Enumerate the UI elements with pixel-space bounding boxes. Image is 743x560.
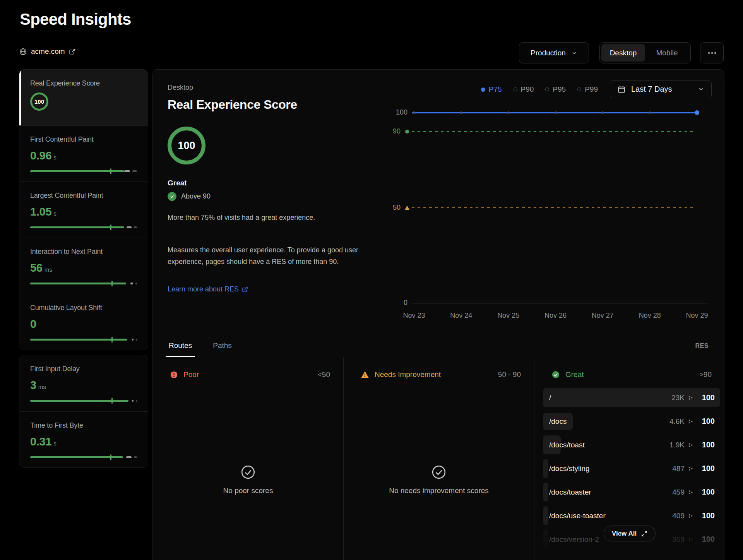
route-row[interactable]: /docs/use-toaster409100 [543, 506, 720, 525]
great-header: Great >90 [534, 357, 725, 379]
main-panel: Desktop Real Experience Score 100 Great … [152, 69, 724, 560]
legend-p99[interactable]: P99 [577, 85, 598, 94]
metric-card-group: First Input Delay3msTime to First Byte0.… [19, 355, 148, 468]
environment-select[interactable]: Production [519, 42, 589, 63]
tab-paths[interactable]: Paths [210, 341, 235, 357]
bar-segment-dark [134, 226, 137, 228]
date-range-value: Last 7 Days [631, 85, 672, 94]
metric-title: Real Experience Score [30, 79, 137, 87]
data-point [555, 111, 557, 114]
bar-marker [110, 168, 111, 174]
sidebar-card-ttfb[interactable]: Time to First Byte0.31s [19, 411, 148, 468]
legend-label: P75 [489, 85, 502, 94]
legend-p90[interactable]: P90 [514, 85, 534, 94]
rating-note-text: Above 90 [181, 192, 211, 200]
sidebar-card-inp[interactable]: Interaction to Next Paint56ms [19, 238, 148, 294]
metric-value-row: 3ms [30, 379, 137, 392]
poor-column: Poor <50 No poor scores [153, 357, 343, 560]
metric-title: Largest Contentful Paint [30, 192, 137, 200]
metric-title: Time to First Byte [30, 421, 137, 430]
sidebar-card-cls[interactable]: Cumulative Layout Shift0 [19, 294, 148, 350]
route-row[interactable]: /docs/styling487100 [543, 459, 720, 478]
route-row[interactable]: /docs/toast1.9K100 [543, 435, 720, 454]
route-path: /docs/styling [543, 464, 590, 473]
calendar-icon [617, 85, 626, 94]
external-link-icon [69, 48, 75, 55]
reference-line-90 [412, 131, 695, 132]
x-axis [412, 303, 707, 303]
check-circle-green-icon [551, 370, 560, 379]
poor-header: Poor <50 [153, 357, 343, 379]
route-visits: 409 [672, 512, 685, 520]
rating-label: Great [168, 179, 187, 187]
metric-threshold-bar [30, 339, 137, 341]
legend-ring-icon [577, 87, 581, 91]
metric-threshold-bar [30, 226, 137, 228]
device-option-desktop[interactable]: Desktop [601, 44, 645, 62]
bar-marker [111, 281, 113, 286]
learn-more-text: Learn more about RES [168, 285, 239, 293]
sidebar-card-fcp[interactable]: First Contentful Paint0.96s [19, 125, 148, 182]
legend-label: P99 [585, 85, 598, 94]
bar-segment-light [130, 283, 133, 284]
route-path: /docs/toaster [543, 488, 591, 497]
score-ring: 100 [168, 127, 205, 164]
route-row[interactable]: /docs/toaster459100 [543, 483, 720, 502]
section-divider [168, 234, 349, 234]
x-tick-label: Nov 24 [444, 312, 479, 320]
distribution-dots-icon [688, 419, 693, 424]
legend-p75[interactable]: P75 [481, 85, 502, 94]
y-tick-100: 100 [387, 108, 407, 116]
poor-empty-text: No poor scores [223, 486, 273, 495]
date-range-select[interactable]: Last 7 Days [610, 80, 712, 98]
metric-value-row: 1.05s [30, 206, 137, 218]
metric-card-group: Real Experience Score100First Contentful… [19, 69, 148, 350]
distribution-dots-icon [688, 466, 693, 471]
view-all-button[interactable]: View All [604, 526, 656, 541]
check-outline-icon [241, 465, 255, 480]
legend-p95[interactable]: P95 [545, 85, 566, 94]
sidebar-card-res[interactable]: Real Experience Score100 [19, 70, 148, 125]
route-visits: 1.9K [669, 441, 685, 449]
tabs-bar: RoutesPaths [153, 336, 724, 357]
legend-label: P95 [553, 85, 566, 94]
x-tick-label: Nov 26 [538, 312, 573, 320]
metric-score-ring: 100 [30, 92, 48, 111]
learn-more-link[interactable]: Learn more about RES [168, 285, 248, 293]
route-visits: 23K [671, 394, 685, 402]
metric-title: First Contentful Paint [30, 135, 137, 144]
error-circle-icon [170, 371, 178, 379]
bar-segment-dark [136, 339, 137, 341]
route-metrics: 23K100 [671, 393, 715, 402]
device-toggle: Desktop Mobile [599, 42, 691, 63]
site-link[interactable]: acme.com [19, 47, 75, 56]
bar-marker [110, 224, 111, 230]
view-all-label: View All [612, 530, 637, 538]
poor-empty-state: No poor scores [153, 379, 343, 495]
route-visits: 459 [672, 488, 685, 497]
data-point [649, 111, 651, 114]
legend-ring-icon [545, 87, 549, 91]
data-point [460, 111, 462, 114]
route-row[interactable]: /23K100 [543, 388, 720, 407]
table-metric-label: RES [695, 343, 709, 349]
needs-improvement-header: Needs Improvement 50 - 90 [344, 357, 534, 379]
distribution-dots-icon [688, 537, 693, 542]
sidebar-card-fid[interactable]: First Input Delay3ms [19, 355, 148, 411]
external-link-icon [242, 286, 248, 293]
metric-unit: s [53, 210, 56, 217]
bar-segment-dark [134, 456, 137, 458]
chevron-down-icon [698, 86, 704, 92]
check-outline-icon [431, 465, 446, 480]
ellipsis-icon [708, 52, 710, 54]
metric-unit: s [53, 154, 56, 161]
sidebar-card-lcp[interactable]: Largest Contentful Paint1.05s [19, 182, 148, 238]
tab-routes[interactable]: Routes [166, 341, 195, 357]
metric-score-value: 100 [34, 98, 44, 105]
route-metrics: 4.6K100 [669, 417, 715, 426]
legend-label: P90 [521, 85, 534, 94]
more-options-button[interactable] [700, 42, 724, 63]
poor-threshold-triangle-icon [405, 206, 409, 210]
device-option-mobile[interactable]: Mobile [645, 44, 689, 62]
route-row[interactable]: /docs4.6K100 [543, 412, 720, 431]
